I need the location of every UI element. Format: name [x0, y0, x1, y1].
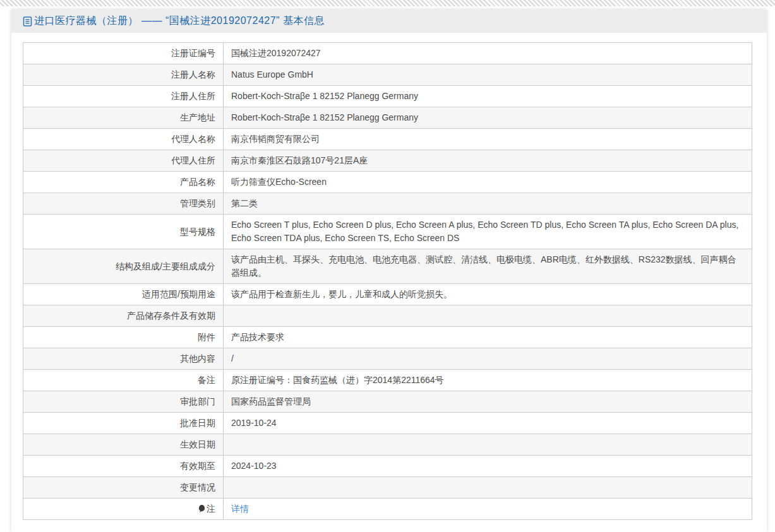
- decorative-stripe-band: [0, 0, 775, 6]
- row-label-text: 其他内容: [180, 353, 215, 364]
- row-label-text: 批准日期: [180, 418, 215, 428]
- table-row: 附件产品技术要求: [23, 327, 752, 348]
- row-value: Natus Europe GmbH: [224, 64, 752, 86]
- row-label: 注: [23, 499, 224, 520]
- row-label-text: 生效日期: [180, 439, 215, 449]
- table-row: 生效日期: [23, 434, 752, 456]
- row-label: 审批部门: [23, 391, 224, 413]
- row-label: 生效日期: [23, 434, 224, 456]
- table-row: 代理人名称南京伟韬商贸有限公司: [23, 129, 752, 150]
- row-label-text: 型号规格: [180, 227, 215, 237]
- row-value-text: 原注册证编号：国食药监械（进）字2014第2211664号: [231, 375, 444, 385]
- row-value-text: 听力筛查仪Echo-Screen: [231, 177, 327, 187]
- row-label: 产品储存条件及有效期: [23, 305, 224, 327]
- row-label-text: 备注: [198, 375, 215, 385]
- row-label: 其他内容: [23, 348, 224, 370]
- row-value: 2019-10-24: [224, 413, 752, 434]
- detail-link[interactable]: 详情: [231, 504, 249, 514]
- table-row: 注册证编号国械注进20192072427: [23, 43, 752, 64]
- row-value-text: 南京伟韬商贸有限公司: [231, 134, 320, 144]
- table-row: 代理人住所南京市秦淮区石鼓路107号21层A座: [23, 150, 752, 172]
- row-label: 生产地址: [23, 107, 224, 129]
- row-value: [224, 434, 752, 456]
- table-row: 管理类别第二类: [23, 193, 752, 215]
- page-title: 进口医疗器械（注册） —— “国械注进20192072427” 基本信息: [34, 15, 325, 28]
- row-value-text: /: [231, 353, 234, 364]
- table-row: 注册人住所Robert-Koch-Straβe 1 82152 Planegg …: [23, 86, 752, 107]
- row-label-text: 管理类别: [180, 198, 215, 208]
- row-label: 批准日期: [23, 413, 224, 434]
- registration-info-table: 注册证编号国械注进20192072427注册人名称Natus Europe Gm…: [23, 42, 752, 520]
- table-row: 结构及组成/主要组成成分该产品由主机、耳探头、充电电池、电池充电器、测试腔、清洁…: [23, 249, 752, 284]
- row-value-text: Robert-Koch-Straβe 1 82152 Planegg Germa…: [231, 91, 418, 101]
- table-row: 注详情: [23, 499, 752, 520]
- row-label-text: 审批部门: [180, 396, 215, 406]
- row-value: Robert-Koch-Straβe 1 82152 Planegg Germa…: [224, 86, 752, 107]
- row-value: 南京市秦淮区石鼓路107号21层A座: [224, 150, 752, 172]
- table-row: 适用范围/预期用途该产品用于检查新生儿，婴儿，儿童和成人的听觉损失。: [23, 284, 752, 305]
- row-value: Robert-Koch-Straβe 1 82152 Planegg Germa…: [224, 107, 752, 129]
- table-row: 其他内容/: [23, 348, 752, 370]
- table-row: 批准日期2019-10-24: [23, 413, 752, 434]
- row-label: 注册人名称: [23, 64, 224, 86]
- row-label: 结构及组成/主要组成成分: [23, 249, 224, 284]
- row-label: 型号规格: [23, 215, 224, 249]
- row-value-text: Robert-Koch-Straβe 1 82152 Planegg Germa…: [231, 112, 418, 122]
- row-label: 备注: [23, 370, 224, 391]
- row-value: 国械注进20192072427: [224, 43, 752, 64]
- page-header: 进口医疗器械（注册） —— “国械注进20192072427” 基本信息: [11, 9, 767, 33]
- table-row: 变更情况: [23, 477, 752, 499]
- row-value-text: Natus Europe GmbH: [231, 69, 313, 80]
- row-value-text: 国家药品监督管理局: [231, 396, 311, 406]
- row-value: 听力筛查仪Echo-Screen: [224, 172, 752, 193]
- table-row: 注册人名称Natus Europe GmbH: [23, 64, 752, 86]
- row-value-text: 产品技术要求: [231, 332, 284, 342]
- row-label-text: 注册人名称: [171, 69, 215, 80]
- row-value: 该产品由主机、耳探头、充电电池、电池充电器、测试腔、清洁线、电极电缆、ABR电缆…: [224, 249, 752, 284]
- row-label: 产品名称: [23, 172, 224, 193]
- row-value: 原注册证编号：国食药监械（进）字2014第2211664号: [224, 370, 752, 391]
- row-label-text: 附件: [198, 332, 215, 342]
- table-row: 产品名称听力筛查仪Echo-Screen: [23, 172, 752, 193]
- row-label-text: 注册人住所: [171, 91, 215, 101]
- row-label-text: 代理人名称: [171, 134, 215, 144]
- table-row: 审批部门国家药品监督管理局: [23, 391, 752, 413]
- row-value: /: [224, 348, 752, 370]
- row-label: 有效期至: [23, 456, 224, 477]
- row-label-text: 有效期至: [180, 461, 215, 471]
- row-label-text: 产品储存条件及有效期: [127, 310, 215, 321]
- row-value-text: 南京市秦淮区石鼓路107号21层A座: [231, 155, 368, 165]
- row-label: 附件: [23, 327, 224, 348]
- row-label-text: 变更情况: [180, 482, 215, 492]
- note-balloon-icon: [198, 505, 205, 513]
- row-value-text: Echo Screen T plus, Echo Screen D plus, …: [231, 220, 738, 243]
- row-value: Echo Screen T plus, Echo Screen D plus, …: [224, 215, 752, 249]
- row-value: [224, 477, 752, 499]
- table-row: 有效期至2024-10-23: [23, 456, 752, 477]
- row-label: 注册证编号: [23, 43, 224, 64]
- row-value: 产品技术要求: [224, 327, 752, 348]
- row-value-text: 2019-10-24: [231, 418, 277, 428]
- row-value: 2024-10-23: [224, 456, 752, 477]
- row-value: 国家药品监督管理局: [224, 391, 752, 413]
- row-label: 代理人名称: [23, 129, 224, 150]
- info-table-body: 注册证编号国械注进20192072427注册人名称Natus Europe Gm…: [23, 43, 752, 520]
- row-value: 第二类: [224, 193, 752, 215]
- content-panel: 进口医疗器械（注册） —— “国械注进20192072427” 基本信息 注册证…: [11, 9, 767, 532]
- row-value-text: 该产品用于检查新生儿，婴儿，儿童和成人的听觉损失。: [231, 289, 452, 299]
- row-label-text: 代理人住所: [171, 155, 215, 165]
- row-value-text: 2024-10-23: [231, 461, 277, 471]
- row-label-text: 产品名称: [180, 177, 215, 187]
- table-row: 备注原注册证编号：国食药监械（进）字2014第2211664号: [23, 370, 752, 391]
- table-row: 型号规格Echo Screen T plus, Echo Screen D pl…: [23, 215, 752, 249]
- table-row: 生产地址Robert-Koch-Straβe 1 82152 Planegg G…: [23, 107, 752, 129]
- row-value-text: 第二类: [231, 198, 258, 208]
- row-label-text: 结构及组成/主要组成成分: [116, 261, 215, 271]
- row-label: 注册人住所: [23, 86, 224, 107]
- row-value-text: 该产品由主机、耳探头、充电电池、电池充电器、测试腔、清洁线、电极电缆、ABR电缆…: [231, 254, 736, 278]
- row-label-text: 注册证编号: [171, 48, 215, 58]
- row-label: 代理人住所: [23, 150, 224, 172]
- row-value: [224, 305, 752, 327]
- row-label: 管理类别: [23, 193, 224, 215]
- row-label: 适用范围/预期用途: [23, 284, 224, 305]
